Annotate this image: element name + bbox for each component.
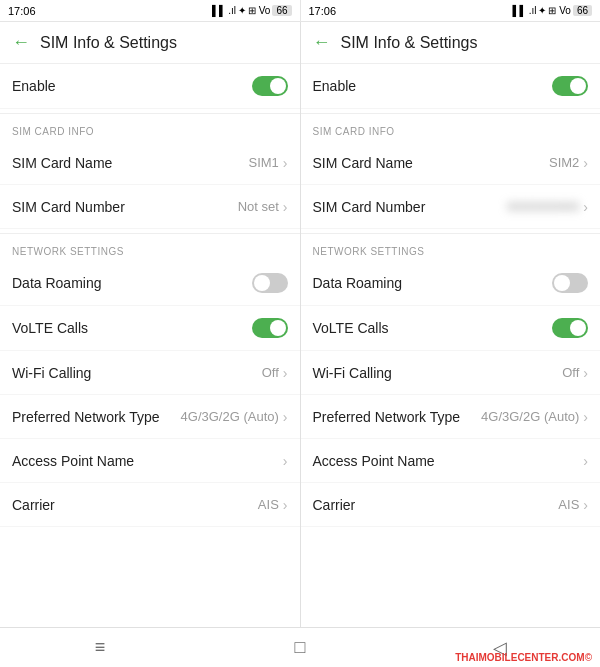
toggle-knob	[270, 78, 286, 94]
preferred-network-row-sim2[interactable]: Preferred Network Type 4G/3G/2G (Auto) ›	[301, 395, 601, 439]
sim-card-number-row-sim2[interactable]: SIM Card Number 0000000000 ›	[301, 185, 601, 229]
carrier-label-sim1: Carrier	[12, 497, 258, 513]
chevron-apn-sim2: ›	[583, 453, 588, 469]
toggle-knob-volte-sim2	[570, 320, 586, 336]
access-point-row-sim1[interactable]: Access Point Name ›	[0, 439, 300, 483]
chevron-sim-number-sim2: ›	[583, 199, 588, 215]
network-settings-header-sim1: NETWORK SETTINGS	[0, 238, 300, 261]
status-bar-right: 17:06 ▌▌ .ıl ✦ ⊞ Vo 66	[301, 0, 601, 22]
chevron-carrier-sim2: ›	[583, 497, 588, 513]
time-right: 17:06	[309, 5, 337, 17]
chevron-preferred-sim1: ›	[283, 409, 288, 425]
access-point-row-sim2[interactable]: Access Point Name ›	[301, 439, 601, 483]
preferred-network-value-sim1: 4G/3G/2G (Auto)	[181, 409, 279, 424]
sim-card-name-value-sim1: SIM1	[248, 155, 278, 170]
status-icons-right: ▌▌ .ıl ✦ ⊞ Vo 66	[512, 5, 592, 16]
carrier-label-sim2: Carrier	[313, 497, 559, 513]
carrier-row-sim2[interactable]: Carrier AIS ›	[301, 483, 601, 527]
enable-label-sim2: Enable	[313, 78, 553, 94]
page-title-sim2: SIM Info & Settings	[341, 34, 478, 52]
page-title-sim1: SIM Info & Settings	[40, 34, 177, 52]
chevron-sim-name-sim1: ›	[283, 155, 288, 171]
data-roaming-label-sim2: Data Roaming	[313, 275, 553, 291]
volte-label-sim2: VoLTE Calls	[313, 320, 553, 336]
volte-row-sim1[interactable]: VoLTE Calls	[0, 306, 300, 351]
sim-card-info-header-sim1: SIM CARD INFO	[0, 118, 300, 141]
carrier-value-sim1: AIS	[258, 497, 279, 512]
data-roaming-toggle-sim2[interactable]	[552, 273, 588, 293]
watermark-text: THAIMOBILECENTER.COM	[455, 652, 584, 663]
status-bar-left: 17:06 ▌▌ .ıl ✦ ⊞ Vo 66	[0, 0, 301, 22]
toggle-knob-roaming	[254, 275, 270, 291]
wifi-calling-label-sim2: Wi-Fi Calling	[313, 365, 563, 381]
volte-toggle-sim1[interactable]	[252, 318, 288, 338]
toggle-knob-enable-sim2	[570, 78, 586, 94]
status-bars: 17:06 ▌▌ .ıl ✦ ⊞ Vo 66 17:06 ▌▌ .ıl ✦ ⊞ …	[0, 0, 600, 22]
preferred-network-label-sim1: Preferred Network Type	[12, 409, 181, 425]
sim-card-number-label-sim1: SIM Card Number	[12, 199, 238, 215]
battery-right: 66	[573, 5, 592, 16]
header-sim1: ← SIM Info & Settings	[0, 22, 300, 64]
divider-1-sim2	[301, 113, 601, 114]
data-roaming-label-sim1: Data Roaming	[12, 275, 252, 291]
panel-sim2: ← SIM Info & Settings Enable SIM CARD IN…	[301, 22, 601, 627]
divider-2-sim2	[301, 233, 601, 234]
battery-left: 66	[272, 5, 291, 16]
toggle-knob-volte	[270, 320, 286, 336]
data-roaming-row-sim1[interactable]: Data Roaming	[0, 261, 300, 306]
data-roaming-toggle-sim1[interactable]	[252, 273, 288, 293]
enable-label-sim1: Enable	[12, 78, 252, 94]
enable-toggle-sim1[interactable]	[252, 76, 288, 96]
chevron-carrier-sim1: ›	[283, 497, 288, 513]
enable-toggle-sim2[interactable]	[552, 76, 588, 96]
toggle-knob-roaming-sim2	[554, 275, 570, 291]
sim-card-number-value-sim2: 0000000000	[507, 199, 579, 214]
back-button-sim1[interactable]: ←	[12, 32, 30, 53]
volte-label-sim1: VoLTE Calls	[12, 320, 252, 336]
wifi-calling-value-sim2: Off	[562, 365, 579, 380]
sim-card-name-label-sim1: SIM Card Name	[12, 155, 248, 171]
home-icon: □	[295, 637, 306, 658]
time-left: 17:06	[8, 5, 36, 17]
watermark: THAIMOBILECENTER.COM©	[455, 652, 592, 663]
back-button-sim2[interactable]: ←	[313, 32, 331, 53]
chevron-preferred-sim2: ›	[583, 409, 588, 425]
panel-sim1: ← SIM Info & Settings Enable SIM CARD IN…	[0, 22, 301, 627]
header-sim2: ← SIM Info & Settings	[301, 22, 601, 64]
chevron-wifi-sim2: ›	[583, 365, 588, 381]
access-point-label-sim1: Access Point Name	[12, 453, 283, 469]
enable-row-sim2[interactable]: Enable	[301, 64, 601, 109]
data-roaming-row-sim2[interactable]: Data Roaming	[301, 261, 601, 306]
access-point-label-sim2: Access Point Name	[313, 453, 584, 469]
wifi-calling-value-sim1: Off	[262, 365, 279, 380]
status-icons-left: ▌▌ .ıl ✦ ⊞ Vo 66	[212, 5, 292, 16]
nav-home-button[interactable]: □	[200, 628, 400, 667]
sim-card-name-value-sim2: SIM2	[549, 155, 579, 170]
carrier-value-sim2: AIS	[558, 497, 579, 512]
volte-row-sim2[interactable]: VoLTE Calls	[301, 306, 601, 351]
chevron-apn-sim1: ›	[283, 453, 288, 469]
divider-1-sim1	[0, 113, 300, 114]
menu-icon: ≡	[95, 637, 106, 658]
preferred-network-value-sim2: 4G/3G/2G (Auto)	[481, 409, 579, 424]
enable-row-sim1[interactable]: Enable	[0, 64, 300, 109]
sim-card-number-label-sim2: SIM Card Number	[313, 199, 508, 215]
sim-card-name-row-sim1[interactable]: SIM Card Name SIM1 ›	[0, 141, 300, 185]
wifi-calling-label-sim1: Wi-Fi Calling	[12, 365, 262, 381]
nav-menu-button[interactable]: ≡	[0, 628, 200, 667]
preferred-network-label-sim2: Preferred Network Type	[313, 409, 482, 425]
watermark-suffix: ©	[585, 652, 592, 663]
wifi-calling-row-sim2[interactable]: Wi-Fi Calling Off ›	[301, 351, 601, 395]
chevron-wifi-sim1: ›	[283, 365, 288, 381]
chevron-sim-name-sim2: ›	[583, 155, 588, 171]
sim-card-info-header-sim2: SIM CARD INFO	[301, 118, 601, 141]
sim-card-name-row-sim2[interactable]: SIM Card Name SIM2 ›	[301, 141, 601, 185]
sim-card-name-label-sim2: SIM Card Name	[313, 155, 549, 171]
carrier-row-sim1[interactable]: Carrier AIS ›	[0, 483, 300, 527]
sim-card-number-row-sim1[interactable]: SIM Card Number Not set ›	[0, 185, 300, 229]
volte-toggle-sim2[interactable]	[552, 318, 588, 338]
wifi-calling-row-sim1[interactable]: Wi-Fi Calling Off ›	[0, 351, 300, 395]
preferred-network-row-sim1[interactable]: Preferred Network Type 4G/3G/2G (Auto) ›	[0, 395, 300, 439]
panels-wrapper: ← SIM Info & Settings Enable SIM CARD IN…	[0, 22, 600, 627]
network-settings-header-sim2: NETWORK SETTINGS	[301, 238, 601, 261]
